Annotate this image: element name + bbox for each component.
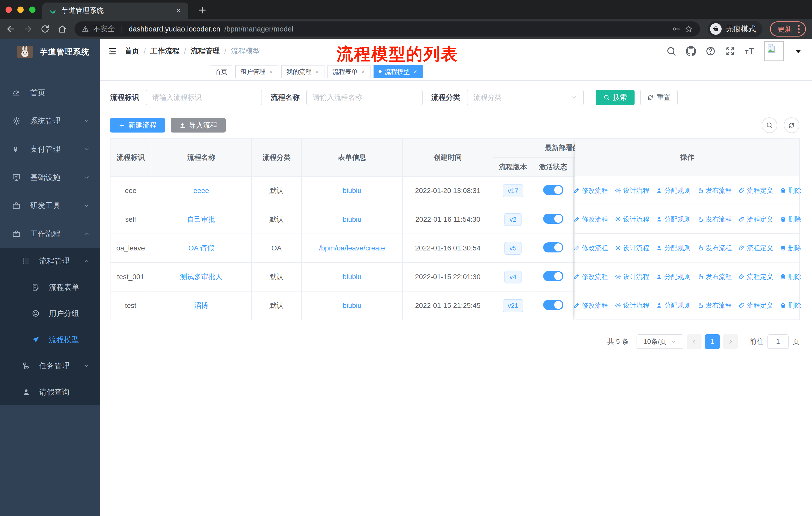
filter-input[interactable]: 请输入流程标识	[146, 90, 262, 105]
browser-menu-icon[interactable]	[796, 25, 802, 33]
process-name-link[interactable]: 滔博	[194, 302, 208, 309]
table-refresh-button[interactable]	[784, 117, 800, 133]
sidebar-subitem-3[interactable]: 流程模型	[0, 327, 100, 353]
filter-select[interactable]: 流程分类	[467, 90, 584, 105]
update-button[interactable]: 更新	[770, 21, 806, 36]
process-name-link[interactable]: 自己审批	[187, 215, 215, 223]
table-search-toggle-button[interactable]	[762, 117, 777, 133]
action-publish-link[interactable]: 发布流程	[697, 215, 732, 224]
form-info-link[interactable]: biubiu	[343, 273, 361, 281]
active-toggle[interactable]	[543, 242, 563, 252]
tag-close-icon[interactable]	[315, 69, 319, 74]
action-definition-link[interactable]: 流程定义	[738, 186, 773, 195]
breadcrumb-item[interactable]: 工作流程	[150, 46, 179, 56]
action-delete-link[interactable]: 删除	[780, 186, 802, 195]
active-toggle[interactable]	[543, 185, 563, 195]
form-info-link[interactable]: biubiu	[343, 187, 361, 194]
tag-租户管理[interactable]: 租户管理	[235, 65, 279, 78]
action-definition-link[interactable]: 流程定义	[738, 244, 773, 252]
url-field[interactable]: 不安全 dashboard.yudao.iocoder.cn/bpm/manag…	[75, 21, 700, 36]
reset-button[interactable]: 重置	[640, 90, 678, 105]
action-delete-link[interactable]: 删除	[780, 244, 802, 252]
page-size-select[interactable]: 10条/页	[637, 334, 684, 349]
home-icon[interactable]	[57, 24, 67, 34]
action-design-link[interactable]: 设计流程	[615, 244, 649, 252]
action-delete-link[interactable]: 删除	[780, 272, 802, 281]
star-icon[interactable]	[685, 25, 693, 33]
action-edit-link[interactable]: 修改流程	[573, 215, 608, 224]
form-info-link[interactable]: biubiu	[343, 302, 361, 309]
action-definition-link[interactable]: 流程定义	[738, 272, 773, 281]
process-name-link[interactable]: eeee	[193, 187, 209, 194]
forward-icon[interactable]	[23, 24, 33, 34]
active-toggle[interactable]	[543, 300, 563, 310]
tag-流程模型[interactable]: 流程模型	[374, 65, 423, 78]
sidebar-item-0[interactable]: 首页	[0, 79, 100, 107]
sidebar-item-4[interactable]: 研发工具	[0, 191, 100, 220]
fullscreen-icon[interactable]	[725, 46, 735, 56]
reload-icon[interactable]	[40, 24, 50, 34]
action-design-link[interactable]: 设计流程	[615, 215, 649, 224]
github-icon[interactable]	[686, 46, 696, 56]
action-assign-link[interactable]: 分配规则	[656, 186, 691, 195]
active-toggle[interactable]	[543, 214, 563, 224]
tag-close-icon[interactable]	[361, 69, 366, 74]
action-delete-link[interactable]: 删除	[780, 301, 802, 310]
sidebar-subitem-2[interactable]: 用户分组	[0, 300, 100, 327]
tag-close-icon[interactable]	[268, 69, 273, 74]
close-window-button[interactable]	[5, 6, 12, 13]
breadcrumb-item[interactable]: 首页	[124, 46, 139, 56]
action-definition-link[interactable]: 流程定义	[738, 215, 773, 224]
action-publish-link[interactable]: 发布流程	[697, 186, 732, 195]
key-icon[interactable]	[672, 25, 680, 33]
action-edit-link[interactable]: 修改流程	[573, 272, 608, 281]
sidebar-item-2[interactable]: ¥支付管理	[0, 135, 100, 163]
caret-down-icon[interactable]	[793, 46, 804, 56]
current-page-button[interactable]: 1	[705, 334, 720, 349]
action-assign-link[interactable]: 分配规则	[656, 244, 691, 252]
breadcrumb-item[interactable]: 流程管理	[191, 46, 220, 56]
form-info-link[interactable]: /bpm/oa/leave/create	[319, 244, 385, 252]
tab-close-icon[interactable]	[175, 7, 182, 14]
new-tab-button[interactable]	[197, 5, 207, 15]
sidebar-subitem-5[interactable]: 请假查询	[0, 379, 100, 405]
create-process-button[interactable]: 新建流程	[110, 118, 165, 133]
prev-page-button[interactable]	[687, 334, 701, 349]
action-assign-link[interactable]: 分配规则	[656, 301, 691, 310]
action-edit-link[interactable]: 修改流程	[573, 186, 608, 195]
back-icon[interactable]	[6, 24, 16, 34]
minimize-window-button[interactable]	[18, 6, 24, 13]
avatar[interactable]	[764, 41, 784, 61]
search-icon[interactable]	[666, 46, 676, 56]
search-button[interactable]: 搜索	[596, 90, 635, 105]
maximize-window-button[interactable]	[29, 6, 35, 13]
help-icon[interactable]	[705, 46, 716, 56]
form-info-link[interactable]: biubiu	[343, 215, 361, 223]
action-publish-link[interactable]: 发布流程	[697, 272, 732, 281]
tag-流程表单[interactable]: 流程表单	[327, 65, 371, 78]
active-toggle[interactable]	[543, 271, 563, 281]
tag-close-icon[interactable]	[413, 69, 417, 74]
filter-input[interactable]: 请输入流程名称	[306, 90, 423, 105]
action-assign-link[interactable]: 分配规则	[656, 272, 691, 281]
hamburger-icon[interactable]	[108, 46, 118, 56]
sidebar-item-5[interactable]: 工作流程	[0, 220, 100, 248]
action-publish-link[interactable]: 发布流程	[697, 244, 732, 252]
browser-tab[interactable]: 芋道管理系统	[42, 2, 188, 19]
process-name-link[interactable]: 测试多审批人	[180, 273, 223, 281]
sidebar-subitem-0[interactable]: 流程管理	[0, 248, 100, 274]
action-publish-link[interactable]: 发布流程	[697, 301, 732, 310]
action-edit-link[interactable]: 修改流程	[573, 244, 608, 252]
action-design-link[interactable]: 设计流程	[615, 301, 649, 310]
tag-我的流程[interactable]: 我的流程	[282, 65, 324, 78]
action-delete-link[interactable]: 删除	[780, 215, 802, 224]
next-page-button[interactable]	[723, 334, 738, 349]
sidebar-subitem-4[interactable]: 任务管理	[0, 353, 100, 379]
goto-page-input[interactable]: 1	[767, 334, 789, 349]
action-definition-link[interactable]: 流程定义	[738, 301, 773, 310]
action-design-link[interactable]: 设计流程	[615, 186, 649, 195]
process-name-link[interactable]: OA 请假	[188, 244, 214, 252]
action-edit-link[interactable]: 修改流程	[573, 301, 608, 310]
action-assign-link[interactable]: 分配规则	[656, 215, 691, 224]
sidebar-item-1[interactable]: 系统管理	[0, 107, 100, 135]
